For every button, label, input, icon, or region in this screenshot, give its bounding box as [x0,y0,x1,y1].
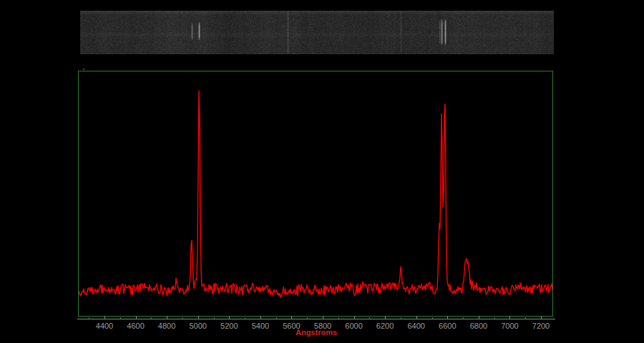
x-axis-tick [291,316,292,319]
x-axis-tick [136,316,137,319]
x-axis-tick [416,316,417,319]
x-tick-label: 5000 [189,322,206,330]
x-axis-tick [509,316,510,319]
spectrum-2d-strip [80,11,554,54]
spectrum-plot-box [78,71,553,317]
x-axis-minor-tick [338,317,339,319]
x-axis-tick [198,316,199,319]
spectral-display-screen: 4400460048005000520054005600580060006200… [0,0,644,343]
x-axis-tick [323,316,323,319]
x-axis-minor-tick [245,317,245,319]
x-axis-tick [479,316,479,319]
x-tick-label: 7200 [532,322,550,330]
x-axis-title: Angstroms [296,328,337,337]
x-tick-label: 6800 [470,322,487,330]
x-tick-label: 6200 [376,322,394,330]
x-tick-label: 4400 [96,322,113,330]
x-axis-minor-tick [151,317,152,319]
x-axis-minor-tick [89,317,89,319]
x-axis-minor-tick [463,317,464,319]
red-marker-dot [83,69,84,70]
x-axis-tick [385,316,386,319]
x-axis-tick [104,316,105,319]
x-axis-minor-tick [276,317,277,319]
x-axis-minor-tick [182,317,183,319]
x-axis-minor-tick [307,317,308,319]
x-axis-minor-tick [214,317,215,319]
spectrum-trace-canvas [79,71,552,316]
x-axis-tick [447,316,448,319]
x-axis-tick [229,316,230,319]
x-tick-label: 4800 [158,322,175,330]
x-axis-tick [541,316,542,319]
x-axis-line [77,319,555,319]
x-tick-label: 5200 [220,322,238,330]
x-tick-label: 7000 [501,322,518,330]
x-axis-minor-tick [494,317,495,319]
x-axis-minor-tick [369,317,370,319]
x-tick-label: 6600 [439,322,456,330]
x-axis-minor-tick [120,317,121,319]
x-tick-label: 4600 [127,322,144,330]
x-axis-minor-tick [525,317,526,319]
x-axis-tick [354,316,355,319]
x-tick-label: 5400 [252,322,269,330]
x-axis-minor-tick [401,317,401,319]
x-tick-label: 6400 [407,322,424,330]
x-axis-minor-tick [432,317,433,319]
x-tick-label: 6000 [345,322,362,330]
x-axis-tick [260,316,261,319]
x-axis-tick [167,316,167,319]
